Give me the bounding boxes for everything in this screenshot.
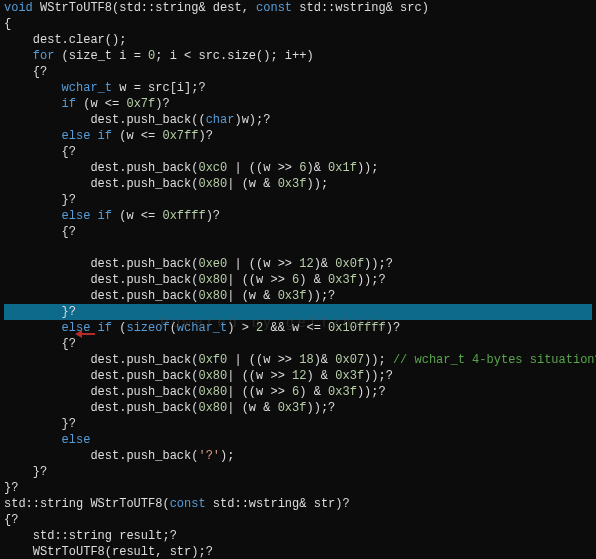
code-line-21[interactable]: {? (4, 336, 592, 352)
code-line-15[interactable] (4, 240, 592, 256)
code-line-12[interactable]: }? (4, 192, 592, 208)
code-line-29[interactable]: }? (4, 464, 592, 480)
code-line-34[interactable]: WStrToUTF8(result, str);? (4, 544, 592, 559)
code-line-18[interactable]: dest.push_back(0x80| (w & 0x3f));? (4, 288, 592, 304)
code-line-1[interactable]: { (4, 16, 592, 32)
code-line-19[interactable]: }? (4, 304, 592, 320)
code-line-16[interactable]: dest.push_back(0xe0 | ((w >> 12)& 0x0f))… (4, 256, 592, 272)
code-line-6[interactable]: if (w <= 0x7f)? (4, 96, 592, 112)
code-line-14[interactable]: {? (4, 224, 592, 240)
code-line-27[interactable]: else (4, 432, 592, 448)
code-line-8[interactable]: else if (w <= 0x7ff)? (4, 128, 592, 144)
code-line-5[interactable]: wchar_t w = src[i];? (4, 80, 592, 96)
code-line-10[interactable]: dest.push_back(0xc0 | ((w >> 6)& 0x1f)); (4, 160, 592, 176)
code-line-3[interactable]: for (size_t i = 0; i < src.size(); i++) (4, 48, 592, 64)
code-line-9[interactable]: {? (4, 144, 592, 160)
code-line-26[interactable]: }? (4, 416, 592, 432)
code-line-33[interactable]: std::string result;? (4, 528, 592, 544)
code-line-11[interactable]: dest.push_back(0x80| (w & 0x3f)); (4, 176, 592, 192)
code-line-23[interactable]: dest.push_back(0x80| ((w >> 12) & 0x3f))… (4, 368, 592, 384)
code-line-32[interactable]: {? (4, 512, 592, 528)
code-line-22[interactable]: dest.push_back(0xf0 | ((w >> 18)& 0x07))… (4, 352, 592, 368)
code-line-7[interactable]: dest.push_back((char)w);? (4, 112, 592, 128)
code-line-24[interactable]: dest.push_back(0x80| ((w >> 6) & 0x3f));… (4, 384, 592, 400)
code-line-2[interactable]: dest.clear(); (4, 32, 592, 48)
code-line-4[interactable]: {? (4, 64, 592, 80)
code-editor[interactable]: void WStrToUTF8(std::string& dest, const… (0, 0, 596, 559)
code-line-25[interactable]: dest.push_back(0x80| (w & 0x3f));? (4, 400, 592, 416)
code-line-28[interactable]: dest.push_back('?'); (4, 448, 592, 464)
code-line-0[interactable]: void WStrToUTF8(std::string& dest, const… (4, 0, 592, 16)
code-line-13[interactable]: else if (w <= 0xffff)? (4, 208, 592, 224)
code-line-30[interactable]: }? (4, 480, 592, 496)
code-line-17[interactable]: dest.push_back(0x80| ((w >> 6) & 0x3f));… (4, 272, 592, 288)
code-line-20[interactable]: else if (sizeof(wchar_t) > 2 && w <= 0x1… (4, 320, 592, 336)
code-line-31[interactable]: std::string WStrToUTF8(const std::wstrin… (4, 496, 592, 512)
